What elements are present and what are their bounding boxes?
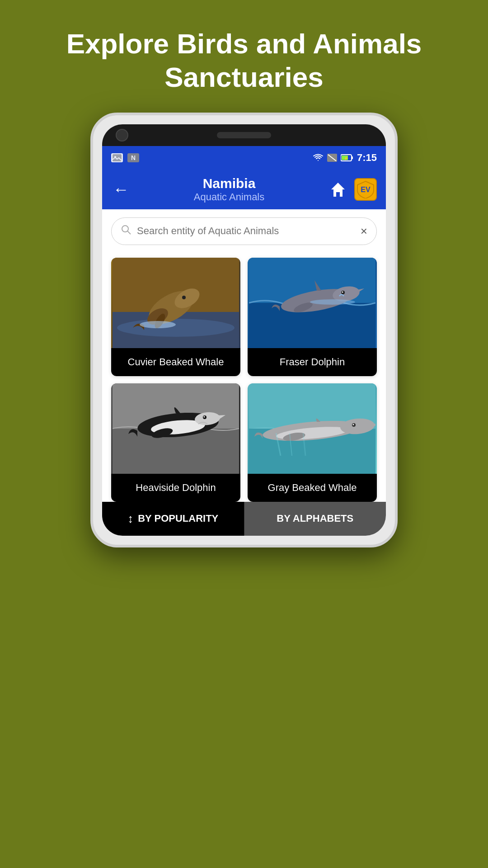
svg-point-26	[342, 291, 343, 292]
svg-point-35	[204, 416, 205, 417]
animal-card-gray-beaked-whale[interactable]: Gray Beaked Whale	[248, 383, 377, 502]
sort-by-popularity-button[interactable]: ↕ BY POPULARITY	[102, 502, 244, 536]
phone-frame: N	[90, 113, 398, 547]
svg-point-19	[140, 321, 176, 328]
home-icon	[329, 180, 347, 198]
search-bar-container: ×	[102, 209, 386, 253]
gray-beaked-whale-label: Gray Beaked Whale	[248, 474, 377, 502]
ev-logo-badge[interactable]: EV	[354, 178, 377, 201]
ev-shield-icon: EV	[357, 180, 375, 198]
svg-point-18	[182, 296, 186, 299]
svg-rect-0	[113, 154, 122, 161]
app-bar: ← Namibia Aquatic Animals EV	[102, 170, 386, 209]
heaviside-dolphin-image	[111, 383, 240, 474]
app-bar-actions: EV	[327, 178, 377, 201]
svg-text:⚡: ⚡	[344, 156, 348, 160]
page-title: Explore Birds and Animals Sanctuaries	[0, 0, 488, 113]
svg-point-13	[117, 319, 235, 337]
cuvier-beaked-whale-label: Cuvier Beaked Whale	[111, 348, 240, 376]
phone-screen: N	[102, 124, 386, 536]
phone-speaker	[217, 132, 271, 138]
status-left-icons: N	[111, 153, 139, 162]
phone-camera	[116, 129, 128, 142]
app-bar-title: Namibia Aquatic Animals	[138, 176, 320, 203]
phone-sensor	[360, 129, 372, 142]
fraser-dolphin-image	[248, 258, 377, 348]
cuvier-beaked-whale-image	[111, 258, 240, 348]
clear-search-button[interactable]: ×	[361, 224, 367, 238]
svg-text:EV: EV	[361, 186, 371, 193]
sort-by-alphabets-button[interactable]: BY ALPHABETS	[244, 502, 386, 536]
animal-grid: Cuvier Beaked Whale	[102, 253, 386, 502]
search-icon	[121, 224, 131, 238]
notification-status-icon: N	[127, 153, 139, 162]
svg-point-9	[122, 226, 128, 232]
signal-icon	[327, 154, 337, 162]
svg-rect-5	[352, 156, 353, 159]
gray-beaked-whale-image	[248, 383, 377, 474]
sort-arrows-icon: ↕	[127, 512, 133, 526]
animal-card-fraser-dolphin[interactable]: Fraser Dolphin	[248, 258, 377, 376]
battery-icon: ⚡	[341, 154, 353, 161]
home-button[interactable]	[327, 179, 349, 200]
svg-point-43	[353, 424, 354, 425]
sort-bar: ↕ BY POPULARITY BY ALPHABETS	[102, 502, 386, 536]
sort-by-popularity-label: BY POPULARITY	[138, 513, 218, 524]
heaviside-dolphin-label: Heaviside Dolphin	[111, 474, 240, 502]
animal-card-cuvier-beaked-whale[interactable]: Cuvier Beaked Whale	[111, 258, 240, 376]
status-right-icons: ⚡ 7:15	[313, 152, 377, 164]
phone-top-bar	[102, 124, 386, 146]
search-bar[interactable]: ×	[111, 217, 377, 245]
image-status-icon	[111, 153, 123, 162]
app-subtitle: Aquatic Animals	[138, 191, 320, 203]
wifi-icon	[313, 154, 324, 162]
app-title: Namibia	[138, 176, 320, 191]
status-bar: N	[102, 146, 386, 170]
search-input[interactable]	[137, 225, 355, 237]
svg-line-10	[127, 231, 131, 234]
status-time: 7:15	[357, 152, 377, 164]
svg-point-27	[310, 299, 355, 305]
animal-card-heaviside-dolphin[interactable]: Heaviside Dolphin	[111, 383, 240, 502]
sort-by-alphabets-label: BY ALPHABETS	[277, 513, 353, 524]
back-button[interactable]: ←	[111, 178, 131, 201]
fraser-dolphin-label: Fraser Dolphin	[248, 348, 377, 376]
